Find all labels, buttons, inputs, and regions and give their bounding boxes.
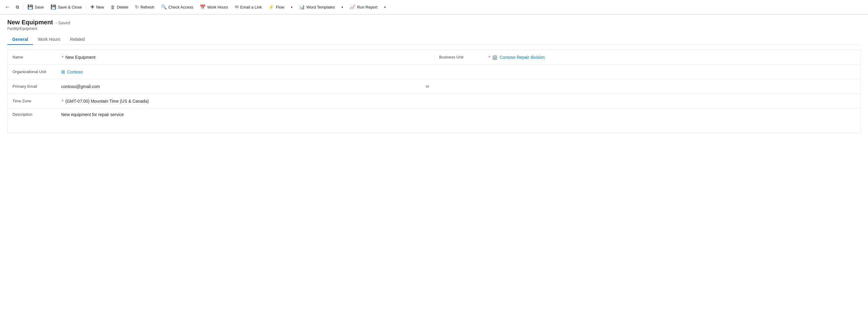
save-close-icon: 💾 (51, 4, 56, 10)
tab-related[interactable]: Related (65, 34, 90, 45)
back-button[interactable]: ← (2, 3, 13, 11)
email-field-left: Primary Email contoso@gmail.com ✉ (8, 84, 434, 89)
toolbar: ← ⧉ 💾 Save 💾 Save & Close ✚ New 🗑 Delete… (0, 0, 868, 14)
save-icon: 💾 (27, 4, 33, 10)
business-unit-value[interactable]: Contoso Repair division (500, 55, 856, 60)
flow-icon: ⚡ (269, 4, 274, 10)
word-templates-button[interactable]: 📊 Word Templates (296, 2, 338, 11)
save-button[interactable]: 💾 Save (24, 2, 47, 11)
name-field-left: Name * New Equipment (8, 55, 434, 60)
business-unit-icon: 🏢 (492, 55, 498, 60)
description-field-left: Description New equipment for repair ser… (8, 112, 434, 117)
timezone-value[interactable]: (GMT-07:00) Mountain Time (US & Canada) (65, 99, 429, 103)
work-hours-icon: 📅 (200, 4, 206, 10)
org-unit-field-left: Organizational Unit ⊞ Contoso (8, 69, 434, 74)
window-button[interactable]: ⧉ (13, 3, 22, 11)
flow-btn-group: ⚡ Flow ▾ (266, 2, 295, 11)
email-row: Primary Email contoso@gmail.com ✉ (8, 79, 860, 94)
flow-button[interactable]: ⚡ Flow (266, 2, 287, 11)
delete-button[interactable]: 🗑 Delete (107, 3, 131, 11)
page-saved-status: - Saved (56, 21, 70, 25)
org-unit-row: Organizational Unit ⊞ Contoso (8, 65, 860, 79)
delete-icon: 🗑 (111, 5, 115, 10)
tabs: General Work Hours Related (7, 34, 861, 45)
name-required: * (62, 55, 63, 60)
email-field-wrapper: contoso@gmail.com ✉ (61, 84, 429, 89)
timezone-label: Time Zone (12, 99, 61, 103)
name-value[interactable]: New Equipment (65, 55, 429, 60)
run-report-chevron-icon: ▾ (384, 5, 386, 9)
org-unit-label: Organizational Unit (12, 69, 61, 74)
timezone-required: * (62, 99, 63, 103)
delete-label: Delete (117, 5, 128, 9)
refresh-label: Refresh (141, 5, 154, 9)
description-label: Description (12, 112, 61, 117)
word-templates-btn-group: 📊 Word Templates ▾ (296, 2, 346, 11)
page-title-row: New Equipment - Saved (7, 19, 861, 26)
form-container: Name * New Equipment Business Unit * 🏢 C… (7, 50, 861, 133)
timezone-row: Time Zone * (GMT-07:00) Mountain Time (U… (8, 94, 860, 109)
save-close-label: Save & Close (58, 5, 82, 9)
business-unit-field-right: Business Unit * 🏢 Contoso Repair divisio… (434, 55, 861, 60)
email-send-icon[interactable]: ✉ (426, 84, 429, 89)
business-unit-required: * (489, 55, 490, 60)
page-title: New Equipment (7, 19, 53, 26)
word-templates-dropdown-button[interactable]: ▾ (338, 4, 346, 11)
email-value[interactable]: contoso@gmail.com (61, 84, 423, 89)
refresh-button[interactable]: ↻ Refresh (132, 2, 157, 11)
check-access-icon: 🔍 (161, 4, 167, 10)
flow-dropdown-button[interactable]: ▾ (287, 4, 296, 11)
name-row: Name * New Equipment Business Unit * 🏢 C… (8, 50, 860, 65)
run-report-label: Run Report (357, 5, 377, 9)
tab-general[interactable]: General (7, 34, 33, 45)
refresh-icon: ↻ (135, 4, 139, 10)
org-unit-icon: ⊞ (61, 69, 65, 74)
email-link-button[interactable]: ✉ Email a Link (232, 2, 265, 11)
check-access-label: Check Access (168, 5, 193, 9)
new-label: New (96, 5, 104, 9)
window-icon: ⧉ (16, 4, 19, 10)
separator-1 (23, 4, 23, 10)
new-icon: ✚ (91, 4, 94, 10)
run-report-button[interactable]: 📈 Run Report (347, 2, 380, 11)
work-hours-button[interactable]: 📅 Work Hours (197, 2, 231, 11)
email-link-icon: ✉ (235, 4, 239, 10)
save-label: Save (35, 5, 44, 9)
flow-chevron-icon: ▾ (291, 5, 292, 9)
separator-2 (86, 4, 86, 10)
description-row: Description New equipment for repair ser… (8, 109, 860, 133)
run-report-btn-group: 📈 Run Report ▾ (347, 2, 389, 11)
timezone-field-left: Time Zone * (GMT-07:00) Mountain Time (U… (8, 99, 434, 103)
page-subtitle: Facility/Equipment (7, 27, 861, 31)
new-button[interactable]: ✚ New (87, 2, 107, 11)
work-hours-label: Work Hours (207, 5, 228, 9)
word-templates-label: Word Templates (307, 5, 335, 9)
flow-label: Flow (276, 5, 284, 9)
run-report-dropdown-button[interactable]: ▾ (380, 4, 389, 11)
word-templates-chevron-icon: ▾ (342, 5, 343, 9)
back-icon: ← (5, 4, 10, 10)
name-label: Name (12, 55, 61, 59)
save-close-button[interactable]: 💾 Save & Close (48, 2, 85, 11)
primary-email-label: Primary Email (12, 84, 61, 89)
tab-work-hours[interactable]: Work Hours (33, 34, 65, 45)
page-header: New Equipment - Saved Facility/Equipment… (0, 14, 868, 45)
business-unit-label: Business Unit (439, 55, 488, 59)
word-templates-icon: 📊 (299, 4, 305, 10)
description-value[interactable]: New equipment for repair service (61, 112, 429, 117)
check-access-button[interactable]: 🔍 Check Access (158, 2, 196, 11)
org-unit-value[interactable]: Contoso (67, 69, 429, 74)
email-link-label: Email a Link (240, 5, 262, 9)
run-report-icon: 📈 (350, 4, 355, 10)
